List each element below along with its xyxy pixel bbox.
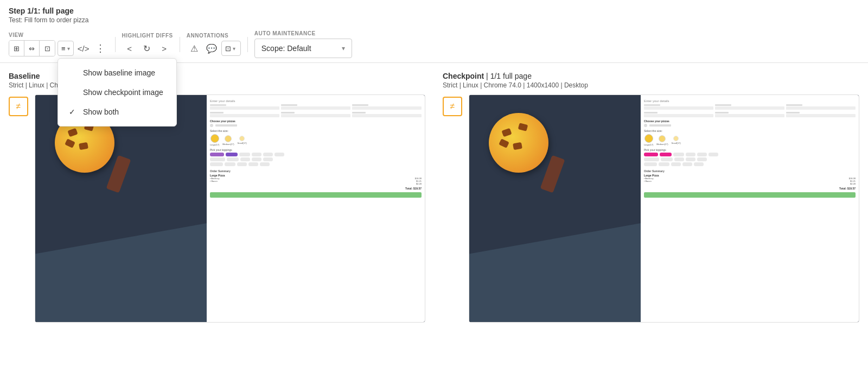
toolbar: VIEW ⊞ ⇔ ⊡ ≡ ▾ Show baseline image	[0, 26, 868, 63]
show-checkpoint-label: Show checkpoint image	[83, 88, 163, 97]
refresh-diff-btn[interactable]: ↻	[139, 41, 155, 56]
page-title: Step 1/1: full page	[9, 7, 859, 15]
baseline-content: ≠	[9, 94, 425, 323]
checkpoint-title: Checkpoint | 1/1 full page	[443, 72, 859, 80]
chevron-down-icon: ▾	[67, 46, 70, 52]
baseline-diff-badge: ≠	[9, 97, 28, 116]
panel-spacer	[425, 72, 443, 323]
highlight-diffs-controls: < ↻ >	[122, 41, 172, 56]
layers-icon: ≡	[61, 45, 66, 53]
show-baseline-item[interactable]: Show baseline image	[58, 63, 176, 83]
separator-1	[115, 37, 116, 52]
more-options-btn[interactable]: ⋮	[93, 41, 108, 56]
highlight-diffs-group: HIGHLIGHT DIFFS < ↻ >	[122, 33, 173, 56]
separator-3	[247, 37, 248, 52]
checkpoint-title-normal: | 1/1 full page	[484, 72, 532, 80]
region-icon: ⊡	[225, 45, 231, 53]
region-annotation-btn[interactable]: ⊡ ▾	[221, 41, 241, 56]
baseline-title-bold: Baseline	[9, 72, 40, 80]
view-dropdown-menu: Show baseline image Show checkpoint imag…	[58, 58, 177, 127]
comment-annotation-btn[interactable]: 💬	[204, 41, 219, 56]
checkpoint-form-area: Enter your details Choose your pizzas	[641, 95, 859, 322]
baseline-form-area: Enter your details Choose your pi	[207, 95, 425, 322]
show-both-label: Show both	[83, 108, 119, 116]
annotations-group: ANNOTATIONS ⚠ 💬 ⊡ ▾	[187, 33, 241, 56]
show-checkpoint-item[interactable]: Show checkpoint image	[58, 83, 176, 102]
checkpoint-panel: Checkpoint | 1/1 full page Strict | Linu…	[443, 72, 859, 323]
page-subtitle: Test: Fill form to order pizza	[9, 16, 859, 24]
chevron-down-icon-2: ▾	[233, 46, 235, 52]
view-layers-btn[interactable]: ≡ ▾	[58, 41, 74, 56]
auto-maintenance-label: AUTO MAINTENANCE	[254, 30, 316, 36]
alert-annotation-btn[interactable]: ⚠	[187, 41, 202, 56]
view-controls: ⊞ ⇔ ⊡ ≡ ▾ Show baseline image	[9, 40, 108, 56]
checkpoint-screenshot: Enter your details Choose your pizzas	[469, 94, 859, 323]
scope-chevron-icon: ▾	[342, 45, 345, 52]
show-baseline-label: Show baseline image	[83, 68, 155, 77]
check-active-icon: ✓	[69, 108, 78, 116]
highlight-diffs-label: HIGHLIGHT DIFFS	[122, 33, 173, 39]
prev-diff-btn[interactable]: <	[122, 41, 137, 56]
checkpoint-panel-header: Checkpoint | 1/1 full page Strict | Linu…	[443, 72, 859, 89]
auto-maintenance-group: AUTO MAINTENANCE Scope: Default ▾	[254, 30, 352, 58]
view-group: VIEW ⊞ ⇔ ⊡ ≡ ▾ Show baseline image	[9, 32, 108, 56]
checkpoint-diff-badge: ≠	[443, 97, 462, 116]
page-header: Step 1/1: full page Test: Fill form to o…	[0, 0, 868, 26]
view-split-btn[interactable]: ⊞	[9, 41, 24, 56]
view-overlay-btn[interactable]: ⊡	[40, 41, 55, 56]
checkpoint-meta: Strict | Linux | Chrome 74.0 | 1400x1400…	[443, 81, 859, 89]
next-diff-btn[interactable]: >	[157, 41, 172, 56]
separator-2	[180, 37, 180, 52]
checkpoint-content: ≠	[443, 94, 859, 323]
view-side-btn[interactable]: ⇔	[24, 41, 40, 56]
scope-label: Scope: Default	[261, 44, 311, 53]
checkpoint-pizza-image	[489, 113, 565, 184]
scope-dropdown[interactable]: Scope: Default ▾	[254, 39, 352, 58]
checkpoint-title-bold: Checkpoint	[443, 72, 484, 80]
annotations-label: ANNOTATIONS	[187, 33, 228, 39]
baseline-screenshot: Enter your details Choose your pi	[35, 94, 425, 323]
view-dropdown-wrapper: ≡ ▾ Show baseline image Show checkpoint …	[58, 41, 74, 56]
view-toggle: ⊞ ⇔ ⊡	[9, 40, 55, 56]
view-label: VIEW	[9, 32, 24, 38]
show-both-item[interactable]: ✓ Show both	[58, 102, 176, 122]
code-view-btn[interactable]: </>	[76, 41, 91, 56]
annotations-controls: ⚠ 💬 ⊡ ▾	[187, 41, 241, 56]
